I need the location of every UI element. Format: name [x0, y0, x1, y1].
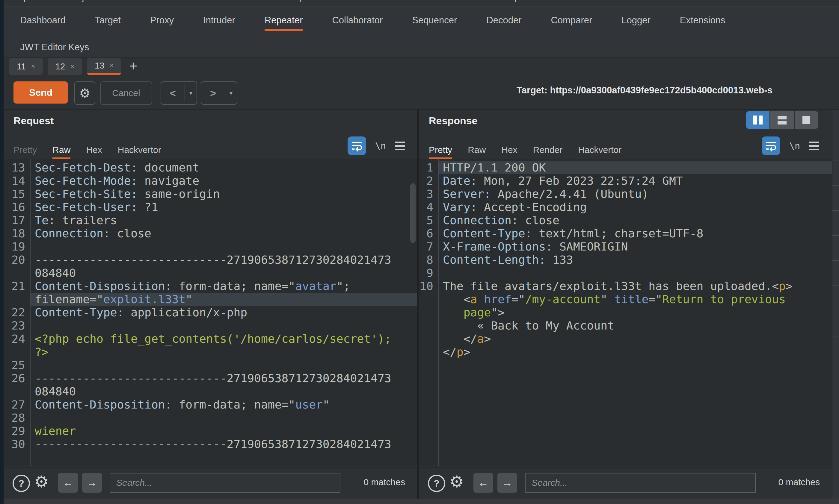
send-button[interactable]: Send [14, 82, 68, 104]
response-search-input[interactable] [525, 473, 756, 493]
main-tab-intruder[interactable]: Intruder [203, 15, 235, 31]
response-view-tab-hex[interactable]: Hex [501, 145, 517, 159]
window-edge-strip [0, 0, 4, 504]
close-tab-icon[interactable]: × [31, 58, 35, 75]
line-number: 25 [4, 359, 30, 372]
layout-rows-button[interactable] [770, 111, 794, 129]
response-editor[interactable]: 1HTTP/1.1 200 OK2Date: Mon, 27 Feb 2023 … [419, 159, 833, 466]
show-newlines-icon[interactable]: \n [789, 141, 800, 151]
code-line: filename="exploit.l33t" [4, 293, 417, 306]
menu-item-project[interactable]: Project [68, 0, 96, 2]
clipped-menubar: BurpProjectIntruderRepeaterWindowHelp [4, 0, 839, 6]
request-settings-gear-button[interactable]: ⚙ [74, 82, 95, 105]
main-tab-repeater[interactable]: Repeater [264, 15, 303, 31]
repeater-tab-12[interactable]: 12× [48, 58, 82, 75]
code-line: 30----------------------------2719065387… [4, 437, 417, 451]
repeater-tab-strip: 11×12×13×+ [4, 57, 839, 77]
word-wrap-toggle-icon[interactable] [347, 137, 366, 155]
gear-icon: ⚙ [79, 86, 90, 101]
code-line: 9 [419, 266, 833, 280]
line-number: 20 [4, 253, 30, 266]
request-editor-tabs: PrettyRawHexHackvertor [14, 145, 177, 159]
request-editor[interactable]: 13Sec-Fetch-Dest: document14Sec-Fetch-Mo… [4, 159, 417, 466]
code-line: 084840 [4, 385, 417, 398]
main-tab-jwt-editor-keys[interactable]: JWT Editor Keys [20, 42, 89, 58]
editor-menu-icon[interactable] [809, 142, 819, 150]
code-line: 27Content-Disposition: form-data; name="… [4, 398, 417, 411]
main-tab-target[interactable]: Target [95, 15, 121, 31]
add-tab-button[interactable]: + [126, 58, 140, 74]
previous-match-button[interactable]: ← [58, 473, 78, 493]
line-number [419, 293, 438, 306]
previous-match-button[interactable]: ← [474, 473, 493, 493]
code-line: 2Date: Mon, 27 Feb 2023 22:57:24 GMT [419, 174, 833, 187]
close-tab-icon[interactable]: × [70, 58, 74, 75]
code-line: 17Te: trailers [4, 214, 417, 227]
inspector-collapsed-strip[interactable] [832, 110, 839, 499]
main-tab-collaborator[interactable]: Collaborator [332, 15, 383, 31]
menu-item-intruder[interactable]: Intruder [153, 0, 184, 2]
request-search-input[interactable] [110, 473, 340, 493]
response-view-tab-render[interactable]: Render [533, 145, 562, 159]
repeater-tab-13[interactable]: 13× [87, 58, 121, 75]
code-line: 23 [4, 319, 417, 332]
line-number [4, 345, 30, 359]
code-line: 29wiener [4, 425, 417, 437]
code-line: 18Connection: close [4, 227, 417, 240]
request-view-tab-pretty[interactable]: Pretty [14, 145, 37, 159]
main-tab-proxy[interactable]: Proxy [150, 15, 174, 31]
burp-repeater-window: BurpProjectIntruderRepeaterWindowHelp Da… [4, 0, 839, 504]
dropdown-caret-icon[interactable]: ▾ [185, 89, 196, 97]
close-tab-icon[interactable]: × [110, 58, 114, 73]
layout-columns-button[interactable] [746, 111, 770, 129]
response-panel: Response PrettyRawHexRenderHackvertor \n… [419, 110, 839, 499]
code-line: 19 [4, 240, 417, 253]
layout-buttons [746, 111, 818, 129]
previous-response-button[interactable]: < ▾ [160, 82, 197, 105]
dropdown-caret-icon[interactable]: ▾ [225, 89, 237, 97]
help-icon[interactable]: ? [13, 475, 30, 492]
repeater-toolbar: Send ⚙ Cancel < ▾ > ▾ Target: https://0a… [4, 77, 839, 109]
menu-item-window[interactable]: Window [429, 0, 461, 2]
menu-item-help[interactable]: Help [501, 0, 519, 2]
main-tab-sequencer[interactable]: Sequencer [412, 15, 457, 31]
extension-tabs-row: JWT Editor Keys [20, 42, 89, 58]
next-match-button[interactable]: → [82, 473, 102, 493]
layout-single-button[interactable] [795, 111, 818, 129]
editor-menu-icon[interactable] [395, 142, 405, 150]
request-view-tab-hackvertor[interactable]: Hackvertor [118, 145, 161, 159]
code-line: </p> [419, 345, 833, 359]
request-match-count: 0 matches [364, 477, 405, 487]
main-tab-dashboard[interactable]: Dashboard [20, 15, 66, 31]
request-view-tab-raw[interactable]: Raw [52, 145, 70, 159]
line-number: 8 [419, 253, 438, 266]
help-icon[interactable]: ? [428, 475, 445, 492]
response-view-tab-hackvertor[interactable]: Hackvertor [578, 145, 621, 159]
main-tab-extensions[interactable]: Extensions [680, 15, 725, 31]
request-search-bar: ? ⚙ ← → 0 matches [4, 467, 417, 499]
menu-item-repeater[interactable]: Repeater [288, 0, 325, 2]
main-tab-decoder[interactable]: Decoder [486, 15, 521, 31]
word-wrap-toggle-icon[interactable] [762, 137, 780, 155]
code-line: 8Content-Length: 133 [419, 253, 833, 266]
repeater-tab-11[interactable]: 11× [9, 58, 43, 75]
code-line: 22Content-Type: application/x-php [4, 306, 417, 319]
line-number: 5 [419, 214, 438, 227]
menu-item-burp[interactable]: Burp [10, 0, 29, 2]
line-number: 28 [4, 411, 30, 425]
gutter-separator [30, 159, 31, 466]
search-settings-gear-icon[interactable]: ⚙ [34, 472, 49, 491]
show-newlines-icon[interactable]: \n [375, 141, 386, 151]
request-scrollbar-thumb[interactable] [410, 183, 416, 243]
response-view-tab-pretty[interactable]: Pretty [429, 145, 452, 159]
cancel-button[interactable]: Cancel [100, 82, 152, 105]
line-number: 17 [4, 214, 30, 227]
next-match-button[interactable]: → [497, 473, 517, 493]
main-tab-comparer[interactable]: Comparer [551, 15, 592, 31]
next-response-button[interactable]: > ▾ [201, 82, 237, 105]
response-view-tab-raw[interactable]: Raw [468, 145, 486, 159]
request-view-tab-hex[interactable]: Hex [86, 145, 102, 159]
search-settings-gear-icon[interactable]: ⚙ [449, 472, 464, 491]
repeater-tab-label: 13 [95, 58, 104, 73]
main-tab-logger[interactable]: Logger [621, 15, 651, 31]
